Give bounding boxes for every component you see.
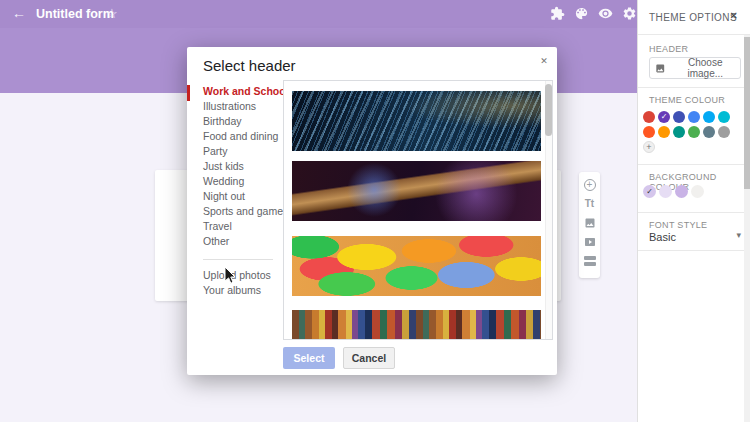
- background-swatch-light[interactable]: [659, 185, 672, 198]
- add-image-icon[interactable]: [583, 216, 596, 229]
- theme-swatch-cyan[interactable]: [718, 111, 730, 123]
- panel-close-icon[interactable]: ✕: [730, 10, 738, 21]
- select-button[interactable]: Select: [283, 347, 335, 369]
- category-sports-and-games[interactable]: Sports and games: [203, 204, 281, 219]
- panel-divider: [638, 164, 750, 165]
- image-list-scrollbar[interactable]: [545, 81, 552, 339]
- theme-swatch-purple-selected[interactable]: ✓: [658, 111, 670, 123]
- panel-divider: [638, 87, 750, 88]
- theme-colour-swatches: ✓: [643, 111, 739, 141]
- category-other[interactable]: Other: [203, 234, 281, 249]
- theme-swatch-teal[interactable]: [673, 126, 685, 138]
- panel-divider: [638, 250, 750, 251]
- theme-swatch-red[interactable]: [643, 111, 655, 123]
- font-style-select[interactable]: Basic: [649, 231, 676, 243]
- category-food-and-dining[interactable]: Food and dining: [203, 129, 281, 144]
- add-text-icon[interactable]: Tt: [583, 197, 596, 210]
- category-birthday[interactable]: Birthday: [203, 114, 281, 129]
- section-bars-icon: [584, 256, 596, 266]
- panel-divider: [638, 212, 750, 213]
- theme-palette-icon[interactable]: [574, 6, 589, 25]
- theme-swatch-deep-orange[interactable]: [643, 126, 655, 138]
- category-wedding[interactable]: Wedding: [203, 174, 281, 189]
- header-image-abstract-streaks[interactable]: [292, 91, 541, 151]
- choose-image-button[interactable]: Choose image...: [649, 57, 741, 79]
- addons-puzzle-icon[interactable]: [550, 6, 565, 25]
- category-divider: [203, 259, 273, 260]
- theme-swatch-blue[interactable]: [688, 111, 700, 123]
- add-custom-colour-button[interactable]: +: [643, 141, 655, 153]
- settings-gear-icon[interactable]: [622, 6, 637, 25]
- upload-photos-link[interactable]: Upload photos: [203, 268, 281, 283]
- category-illustrations[interactable]: Illustrations: [203, 99, 281, 114]
- panel-title: THEME OPTIONS: [649, 12, 737, 23]
- dialog-title: Select header: [203, 57, 296, 74]
- theme-colour-label: THEME COLOUR: [649, 95, 725, 105]
- theme-options-panel: THEME OPTIONS ✕ HEADER Choose image... T…: [637, 0, 750, 422]
- header-section-label: HEADER: [649, 44, 688, 54]
- form-title[interactable]: Untitled form: [36, 7, 114, 21]
- theme-swatch-blue-grey[interactable]: [703, 126, 715, 138]
- header-image-guitar-player[interactable]: [292, 161, 541, 221]
- category-party[interactable]: Party: [203, 144, 281, 159]
- selected-category-indicator: [187, 85, 190, 101]
- check-icon: ✓: [658, 111, 670, 123]
- background-swatch-selected[interactable]: ✓: [643, 185, 656, 198]
- star-icon[interactable]: ☆: [106, 6, 118, 21]
- category-work-and-school[interactable]: Work and School: [203, 84, 281, 99]
- category-travel[interactable]: Travel: [203, 219, 281, 234]
- background-colour-swatches: ✓: [643, 185, 707, 198]
- add-question-icon[interactable]: +: [583, 178, 596, 191]
- header-image-coloured-threads[interactable]: [292, 310, 541, 340]
- question-toolbar: + Tt: [579, 172, 600, 278]
- plus-circle-icon: +: [584, 179, 596, 191]
- chevron-down-icon[interactable]: ▾: [736, 230, 741, 240]
- background-swatch-grey[interactable]: [691, 185, 704, 198]
- panel-scrollbar[interactable]: [744, 35, 750, 422]
- font-style-label: FONT STYLE: [649, 220, 707, 230]
- panel-divider: [638, 34, 750, 35]
- theme-swatch-grey[interactable]: [718, 126, 730, 138]
- mouse-cursor: [224, 266, 237, 289]
- category-list: Work and School Illustrations Birthday F…: [203, 84, 281, 298]
- check-icon: ✓: [643, 185, 656, 198]
- topbar-actions: [550, 6, 637, 25]
- category-night-out[interactable]: Night out: [203, 189, 281, 204]
- theme-swatch-green[interactable]: [688, 126, 700, 138]
- category-just-kids[interactable]: Just kids: [203, 159, 281, 174]
- header-image-list: [283, 80, 553, 340]
- dialog-close-icon[interactable]: ✕: [538, 55, 550, 67]
- cancel-button[interactable]: Cancel: [343, 347, 395, 369]
- theme-swatch-light-blue[interactable]: [703, 111, 715, 123]
- add-section-icon[interactable]: [583, 254, 596, 267]
- select-header-dialog: Select header ✕ Work and School Illustra…: [187, 47, 557, 375]
- preview-eye-icon[interactable]: [598, 6, 613, 25]
- theme-swatch-indigo[interactable]: [673, 111, 685, 123]
- panel-scrollbar-thumb[interactable]: [744, 37, 750, 189]
- background-swatch-dark[interactable]: [675, 185, 688, 198]
- back-arrow-icon[interactable]: ←: [12, 5, 26, 21]
- image-icon: [655, 63, 666, 74]
- choose-image-label: Choose image...: [671, 57, 741, 79]
- image-list-scrollbar-thumb[interactable]: [545, 84, 552, 136]
- add-video-icon[interactable]: [583, 235, 596, 248]
- your-albums-link[interactable]: Your albums: [203, 283, 281, 298]
- header-image-colourful-candy[interactable]: [292, 236, 541, 296]
- theme-swatch-orange[interactable]: [658, 126, 670, 138]
